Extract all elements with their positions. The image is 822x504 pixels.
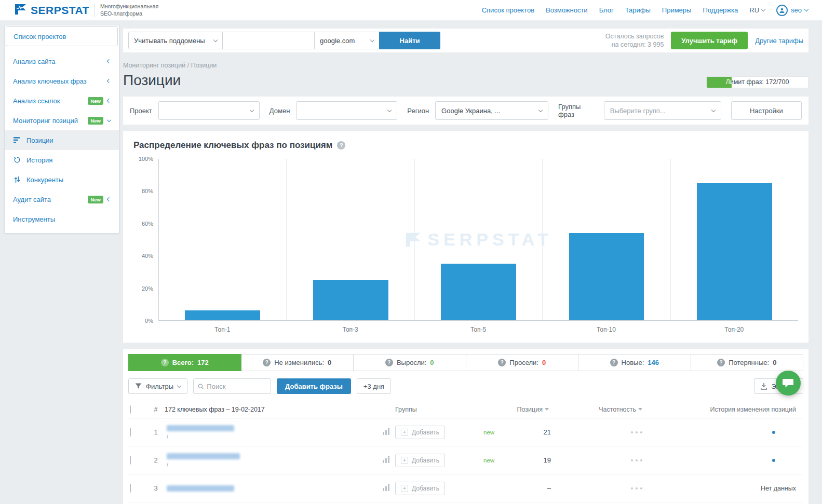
x-tick-label: Топ-20 (670, 326, 798, 333)
chat-widget-button[interactable] (776, 371, 801, 396)
sidebar-subitem-positions[interactable]: Позиции (5, 130, 119, 150)
upgrade-tariff-button[interactable]: Улучшить тариф (671, 32, 748, 49)
add-to-group-button[interactable]: + Добавить (395, 426, 445, 439)
tagline: Многофункциональная SEO-платформа (100, 3, 158, 17)
chevron-left-icon (107, 59, 111, 63)
positions-distribution-panel: Распределение ключевых фраз по позициям … (123, 131, 808, 343)
tab-lost[interactable]: ? Потерянные: 0 (691, 354, 804, 371)
history-header-label: История изменения позиций (710, 406, 796, 413)
mini-chart-icon[interactable] (383, 456, 390, 465)
sidebar-project-list-label: Список проектов (14, 33, 66, 40)
language-switcher[interactable]: RU (749, 6, 765, 14)
nav-support[interactable]: Поддержка (703, 6, 738, 14)
logo-text: SERPSTAT (31, 4, 89, 17)
row-checkbox[interactable] (130, 456, 131, 465)
region-label: Регион (407, 107, 429, 115)
domain-dropdown[interactable] (296, 101, 397, 120)
history-no-data: Нет данных (761, 485, 796, 492)
loading-dot (636, 459, 638, 461)
select-all-checkbox[interactable] (130, 405, 131, 414)
column-header-phrases: 172 ключевых фраз – 19-02-2017 (165, 406, 395, 413)
sidebar-item-keyword-analysis[interactable]: Анализ ключевых фраз (5, 71, 119, 91)
project-dropdown[interactable] (158, 101, 260, 120)
nav-blog[interactable]: Блог (599, 6, 614, 14)
tab-total[interactable]: ? Всего: 172 (128, 354, 241, 371)
upgrade-tariff-label: Улучшить тариф (681, 37, 737, 45)
tab-new[interactable]: ? Новые: 146 (578, 354, 691, 371)
subdomains-dropdown[interactable]: Учитывать поддомены (128, 32, 223, 49)
settings-button[interactable]: Настройки (731, 101, 802, 120)
table-row: 2 / + Добавить new 19 (128, 446, 803, 474)
column-header-frequency[interactable]: Частотность (556, 406, 650, 413)
funnel-icon (135, 383, 142, 389)
help-icon: ? (385, 359, 393, 366)
tab-unchanged[interactable]: ? Не изменились: 0 (241, 354, 354, 371)
serpstat-logo[interactable]: SERPSTAT (14, 4, 89, 17)
history-cell (650, 459, 803, 462)
table-search-input[interactable] (207, 383, 266, 390)
sidebar-subitem-competitors[interactable]: Конкуренты (5, 170, 119, 189)
bar-chart: 0%20%40%60%80%100% SERPSTAT (133, 159, 798, 321)
history-icon (13, 156, 21, 164)
add-to-group-label: Добавить (412, 457, 439, 464)
row-checkbox[interactable] (130, 428, 131, 437)
find-button-label: Найти (400, 37, 420, 45)
filters-button[interactable]: Фильтры (128, 378, 187, 394)
user-menu[interactable]: seo (776, 5, 808, 16)
tab-value: 0 (773, 359, 776, 366)
sidebar-item-site-audit[interactable]: Аудит сайта New (5, 189, 119, 209)
plus-days-button[interactable]: +3 дня (357, 378, 391, 394)
tagline-line1: Многофункциональная (100, 3, 158, 10)
loading-dot (631, 431, 633, 433)
sidebar-item-site-analysis[interactable]: Анализ сайта (5, 51, 119, 71)
add-to-group-button[interactable]: + Добавить (395, 482, 445, 495)
sidebar-item-label: Аудит сайта (13, 196, 84, 203)
status-new-badge: new (483, 429, 494, 435)
phrase-groups-dropdown[interactable]: Выберите групп... (604, 101, 721, 120)
nav-project-list[interactable]: Список проектов (482, 6, 534, 14)
column-header-position[interactable]: Позиция (483, 406, 556, 413)
nav-tariffs[interactable]: Тарифы (625, 6, 651, 14)
add-to-group-button[interactable]: + Добавить (395, 454, 445, 467)
add-to-group-label: Добавить (412, 485, 439, 492)
sidebar-item-rank-tracking[interactable]: Мониторинг позиций New (5, 111, 119, 130)
mini-chart-icon[interactable] (383, 428, 390, 437)
username: seo (791, 6, 802, 14)
x-tick-label: Топ-10 (542, 326, 670, 333)
region-dropdown[interactable]: Google Украина, ... (435, 101, 548, 120)
add-phrases-button[interactable]: Добавить фразы (277, 378, 351, 394)
tab-label: Всего: (172, 359, 194, 366)
chevron-left-icon (107, 197, 111, 201)
nav-examples[interactable]: Примеры (662, 6, 692, 14)
mini-chart-icon[interactable] (383, 484, 390, 493)
keyword-url-path: / (167, 433, 395, 440)
competitors-icon (13, 176, 21, 183)
serpstat-logo-icon (14, 4, 26, 17)
chevron-down-icon (370, 37, 374, 42)
help-icon[interactable]: ? (337, 141, 345, 149)
nav-features[interactable]: Возможности (546, 6, 588, 14)
sidebar-subitem-history[interactable]: История (5, 150, 119, 170)
bar-Топ-5 (441, 264, 516, 320)
other-tariffs-link[interactable]: Другие тарифы (755, 37, 803, 45)
chart-title-row: Распределение ключевых фраз по позициям … (133, 140, 798, 151)
tab-value: 172 (197, 359, 209, 366)
domain-search-input[interactable] (222, 32, 315, 49)
stats-tabs: ? Всего: 172 ? Не изменились: 0 ? Выросл… (128, 354, 803, 371)
redacted-keyword (167, 485, 234, 492)
tab-improved[interactable]: ? Выросли: 0 (353, 354, 466, 371)
chevron-down-icon (761, 7, 765, 11)
sidebar-item-tools[interactable]: Инструменты (5, 209, 119, 229)
help-icon: ? (263, 359, 271, 366)
find-button[interactable]: Найти (379, 32, 440, 49)
sidebar-project-list-button[interactable]: Список проектов (6, 26, 118, 46)
row-checkbox[interactable] (130, 484, 131, 493)
plus-days-label: +3 дня (363, 383, 384, 390)
search-engine-dropdown[interactable]: google.com (314, 32, 380, 49)
phrase-limit-indicator: Лимит фраз: 172/700 Лимит фраз: 172/700 (706, 76, 808, 88)
tab-declined[interactable]: ? Просели: 0 (466, 354, 579, 371)
groups-filter-group: Группы фраз Выберите групп... (558, 101, 721, 120)
table-header-row: # 172 ключевых фраз – 19-02-2017 Группы … (128, 401, 803, 418)
sidebar-item-link-analysis[interactable]: Анализ ссылок New (5, 91, 119, 111)
position-header-label: Позиция (517, 406, 543, 413)
